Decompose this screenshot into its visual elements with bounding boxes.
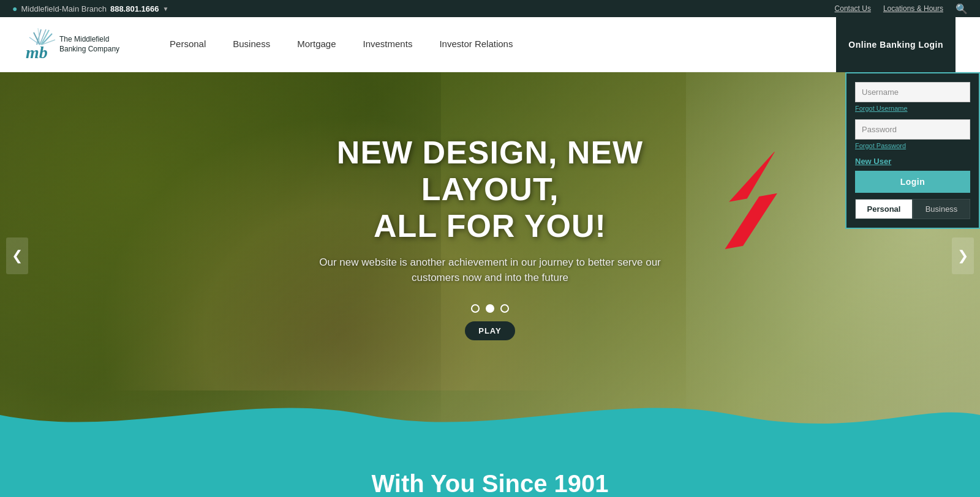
top-bar-right: Contact Us Locations & Hours 🔍 xyxy=(835,3,968,15)
hero-prev-button[interactable]: ❮ xyxy=(6,237,28,274)
login-dropdown: Forgot Username Forgot Password New User… xyxy=(845,72,980,229)
play-button[interactable]: PLAY xyxy=(465,321,514,340)
hero-dot-2[interactable] xyxy=(486,304,494,313)
top-bar-left: ● Middlefield-Main Branch 888.801.1666 ▼ xyxy=(12,4,168,13)
hero-dots xyxy=(471,304,509,313)
hero-section: NEW DESIGN, NEW LAYOUT, ALL FOR YOU! Our… xyxy=(0,72,980,439)
nav-investments[interactable]: Investments xyxy=(350,17,426,72)
top-bar: ● Middlefield-Main Branch 888.801.1666 ▼… xyxy=(0,0,980,17)
tab-personal[interactable]: Personal xyxy=(855,199,913,219)
tab-business[interactable]: Business xyxy=(913,199,970,219)
logo-icon: mb xyxy=(24,26,58,63)
main-nav: Personal Business Mortgage Investments I… xyxy=(156,17,836,72)
dropdown-arrow-icon[interactable]: ▼ xyxy=(162,6,168,12)
hero-next-button[interactable]: ❯ xyxy=(952,237,974,274)
location-icon: ● xyxy=(12,4,17,13)
hero-dot-1[interactable] xyxy=(471,304,480,313)
login-tabs: Personal Business xyxy=(855,199,970,219)
teal-heading: With You Since 1901 xyxy=(24,470,956,497)
search-icon[interactable]: 🔍 xyxy=(956,3,968,15)
nav-business[interactable]: Business xyxy=(219,17,284,72)
nav-mortgage[interactable]: Mortgage xyxy=(284,17,349,72)
login-button[interactable]: Login xyxy=(855,171,970,193)
hero-wave xyxy=(0,390,980,439)
branch-label: Middlefield-Main Branch xyxy=(21,4,106,13)
locations-hours-link[interactable]: Locations & Hours xyxy=(883,4,943,13)
hero-subtitle: Our new website is another achievement i… xyxy=(318,255,662,286)
teal-section: With You Since 1901 Proudly Serving Comm… xyxy=(0,439,980,497)
forgot-password-link[interactable]: Forgot Password xyxy=(855,142,970,149)
forgot-username-link[interactable]: Forgot Username xyxy=(855,105,970,112)
password-input[interactable] xyxy=(855,119,970,140)
phone-number[interactable]: 888.801.1666 xyxy=(110,4,159,13)
logo: mb The Middlefield Banking Company xyxy=(24,26,119,63)
company-name: The Middlefield Banking Company xyxy=(59,35,119,54)
username-input[interactable] xyxy=(855,82,970,102)
svg-text:mb: mb xyxy=(26,43,48,62)
contact-us-link[interactable]: Contact Us xyxy=(835,4,871,13)
logo-area[interactable]: mb The Middlefield Banking Company xyxy=(24,26,119,63)
nav-investor-relations[interactable]: Investor Relations xyxy=(426,17,526,72)
header: mb The Middlefield Banking Company Perso… xyxy=(0,17,980,72)
hero-dot-3[interactable] xyxy=(500,304,509,313)
nav-personal[interactable]: Personal xyxy=(156,17,219,72)
hero-content: NEW DESIGN, NEW LAYOUT, ALL FOR YOU! Our… xyxy=(0,72,980,439)
new-user-link[interactable]: New User xyxy=(855,157,970,166)
online-banking-button[interactable]: Online Banking Login xyxy=(836,17,956,72)
hero-title: NEW DESIGN, NEW LAYOUT, ALL FOR YOU! xyxy=(276,135,704,244)
